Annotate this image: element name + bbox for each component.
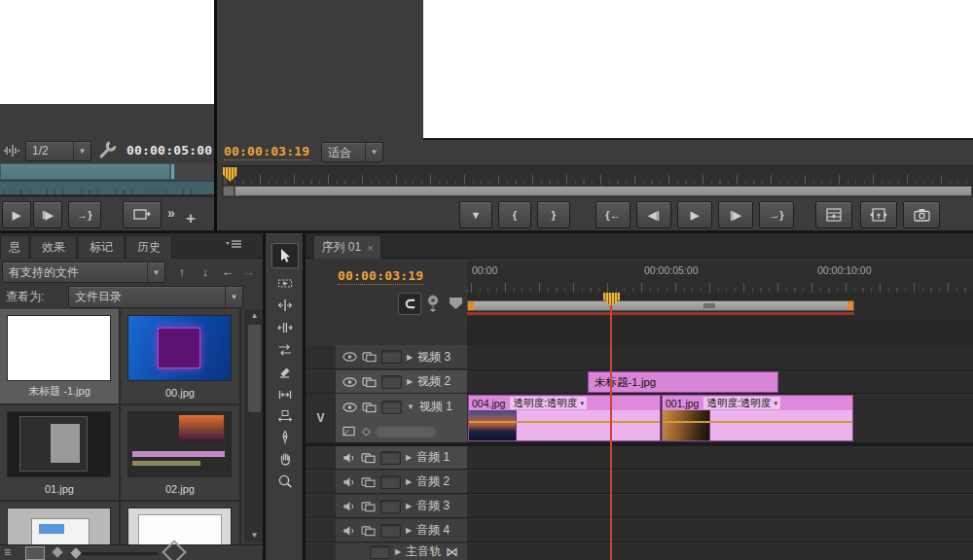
clip-004-v1[interactable]: 004.jpg 透明度:透明度 ▾ (468, 395, 661, 441)
track-content-master[interactable] (467, 543, 973, 560)
sync-lock-icon[interactable] (361, 501, 376, 512)
source-goto-out-button[interactable]: →} (68, 201, 101, 228)
mark-out-button[interactable]: } (537, 201, 570, 228)
speaker-icon[interactable] (342, 452, 356, 464)
tool-slip[interactable] (274, 385, 295, 403)
tool-rate-stretch[interactable] (274, 340, 295, 359)
file-filter-select[interactable]: 有支持的文件 ▼ (2, 262, 165, 283)
nav-up-button[interactable]: ↑ (173, 262, 191, 281)
media-item-untitled[interactable]: 未标题 -1.jpg (0, 309, 121, 405)
panel-menu-icon[interactable] (225, 239, 242, 251)
zoom-bar-handle[interactable] (170, 163, 175, 180)
patch-v2[interactable] (306, 370, 336, 394)
tool-razor[interactable] (274, 363, 295, 381)
scrollbar-thumb[interactable] (235, 187, 971, 195)
media-item-02[interactable]: 02.jpg (121, 405, 241, 502)
sync-lock-icon[interactable] (361, 452, 376, 464)
settings-wrench-icon[interactable] (98, 140, 118, 159)
tab-effects[interactable]: 效果 (30, 235, 77, 259)
source-zoom-bar-track[interactable] (0, 163, 214, 180)
icon-view-icon[interactable] (25, 546, 45, 560)
view-as-select[interactable]: 文件目录 ▼ (68, 286, 243, 308)
audio-waveform-icon[interactable] (3, 143, 20, 158)
patch-a4[interactable] (306, 519, 336, 542)
collapse-triangle-icon[interactable]: ▶ (406, 526, 412, 535)
collapse-triangle-icon[interactable]: ▶ (406, 502, 412, 510)
clip-001-v1[interactable]: 001.jpg 透明度:透明度 ▾ (662, 395, 853, 441)
tool-track-select[interactable] (274, 273, 295, 292)
step-back-button[interactable]: ◀| (636, 201, 671, 228)
opacity-rubber-band[interactable] (663, 421, 852, 423)
tool-slide[interactable] (274, 406, 295, 425)
source-zoom-bar[interactable] (0, 163, 170, 180)
tab-history[interactable]: 历史 (126, 235, 172, 259)
track-content-audio4[interactable] (467, 519, 973, 542)
opacity-rubber-band[interactable] (469, 421, 660, 423)
patch-v1[interactable]: V (306, 394, 336, 443)
expand-triangle-icon[interactable]: ▼ (407, 402, 414, 411)
media-scrollbar-track[interactable]: ▲ ▼ (245, 309, 263, 542)
keyframe-diamond-icon[interactable]: ◇ (362, 425, 370, 438)
nav-down-button[interactable]: ↓ (197, 262, 214, 281)
lift-button[interactable] (815, 201, 852, 228)
tool-rolling-edit[interactable] (274, 318, 295, 336)
tab-info[interactable]: 息 (0, 235, 29, 259)
track-content-audio1[interactable] (467, 446, 973, 470)
scrollbar-thumb[interactable] (248, 325, 261, 412)
thumbnail-zoom-slider[interactable] (70, 552, 158, 555)
slider-knob[interactable] (70, 547, 81, 558)
patch-a1[interactable] (306, 446, 336, 470)
nav-forward-button[interactable]: → (239, 262, 257, 281)
patch-v3[interactable] (306, 345, 336, 369)
source-duration-timecode[interactable]: 00:00:05:00 (126, 143, 212, 158)
track-lock-toggle[interactable] (380, 500, 401, 513)
work-area-center-handle[interactable] (703, 303, 715, 308)
source-play-button[interactable]: ▶ (2, 201, 31, 228)
sync-lock-icon[interactable] (362, 351, 377, 363)
mark-in-button[interactable]: { (498, 201, 531, 228)
sync-lock-icon[interactable] (362, 402, 377, 413)
source-mini-ruler[interactable] (0, 181, 214, 194)
button-editor-add[interactable]: + (186, 209, 196, 228)
clip-untitled-v2[interactable]: 未标题-1.jpg (588, 371, 778, 393)
tool-pen[interactable] (274, 428, 295, 446)
program-scrollbar-track[interactable] (222, 185, 973, 197)
tool-zoom[interactable] (274, 472, 295, 490)
track-lock-toggle[interactable] (370, 545, 390, 559)
program-mini-ruler[interactable] (222, 165, 973, 185)
scroll-up-icon[interactable]: ▲ (246, 309, 263, 323)
track-content-audio2[interactable] (467, 471, 973, 494)
work-area-bar[interactable] (467, 300, 854, 311)
media-item-00[interactable]: 00.jpg (121, 309, 241, 405)
keyframe-navigator-pill[interactable] (375, 425, 437, 438)
play-button[interactable]: ▶ (677, 201, 712, 228)
track-lock-toggle[interactable] (380, 524, 401, 538)
track-lock-toggle[interactable] (380, 451, 401, 465)
show-keyframes-bowtie-icon[interactable]: ⋈ (446, 544, 458, 559)
collapse-triangle-icon[interactable]: ▶ (395, 547, 401, 556)
track-lock-toggle[interactable] (381, 350, 402, 364)
collapse-triangle-icon[interactable]: ▶ (407, 377, 413, 386)
timeline-ruler[interactable]: 00:00 00:00:05:00 00:00:10:00 (467, 261, 973, 294)
tool-selection[interactable] (274, 246, 295, 264)
track-content-video3[interactable] (467, 345, 973, 370)
program-position-timecode[interactable]: 00:00:03:19 (224, 144, 309, 160)
speaker-icon[interactable] (342, 501, 356, 512)
nav-back-button[interactable]: ← (219, 262, 236, 281)
set-display-style-icon[interactable] (342, 426, 357, 438)
toggle-track-output-eye-icon[interactable] (342, 352, 357, 362)
toggle-track-output-eye-icon[interactable] (342, 377, 357, 387)
tab-sequence-01[interactable]: 序列 01 × (313, 235, 381, 259)
track-content-audio3[interactable] (467, 495, 973, 518)
collapse-triangle-icon[interactable]: ▶ (407, 353, 413, 362)
sync-lock-icon[interactable] (362, 376, 377, 388)
snap-button[interactable] (398, 293, 421, 315)
work-area-end-handle[interactable] (847, 301, 853, 310)
patch-a3[interactable] (306, 495, 336, 518)
clip-fx-badge[interactable]: 透明度:透明度 ▾ (703, 397, 779, 409)
tool-hand[interactable] (274, 449, 295, 468)
track-lock-toggle[interactable] (381, 375, 402, 389)
track-lock-toggle[interactable] (381, 401, 402, 414)
patch-a2[interactable] (306, 471, 336, 494)
scroll-down-icon[interactable]: ▼ (246, 529, 263, 542)
